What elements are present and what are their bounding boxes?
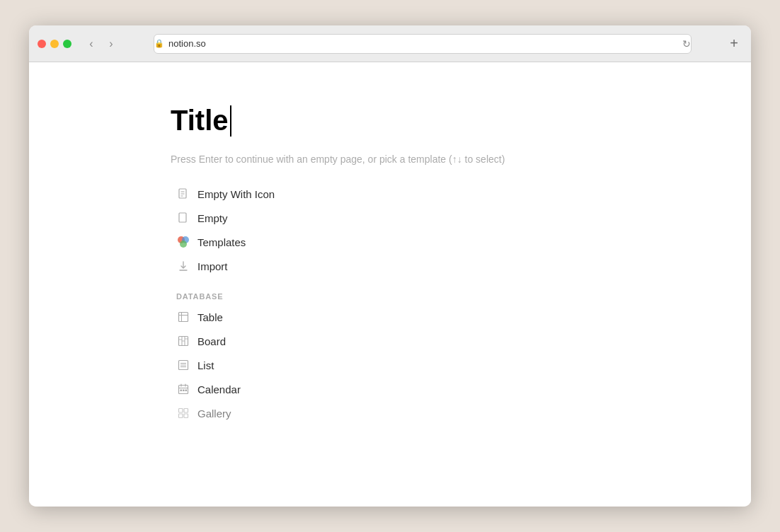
minimize-button[interactable] <box>50 40 59 48</box>
hint-text: Press Enter to continue with an empty pa… <box>171 154 609 165</box>
menu-item-table[interactable]: Table <box>171 305 609 329</box>
svg-rect-29 <box>185 390 188 392</box>
menu-item-label: Templates <box>197 236 246 248</box>
svg-rect-10 <box>179 313 188 322</box>
board-icon <box>176 334 190 348</box>
menu-item-label: Gallery <box>197 407 231 420</box>
svg-rect-30 <box>179 409 183 413</box>
menu-item-label: Board <box>197 335 226 347</box>
list-icon <box>176 358 190 372</box>
svg-rect-28 <box>183 390 185 392</box>
reload-button[interactable]: ↻ <box>682 38 691 50</box>
content-inner: Title Press Enter to continue with an em… <box>142 105 638 425</box>
menu-item-templates[interactable]: Templates <box>171 230 609 254</box>
lock-icon: 🔒 <box>154 39 164 48</box>
page-title-text: Title <box>171 105 229 137</box>
svg-rect-32 <box>179 414 183 418</box>
menu-item-label: Empty <box>197 212 228 224</box>
new-tab-button[interactable]: + <box>725 35 742 52</box>
close-button[interactable] <box>38 40 46 48</box>
menu-item-gallery[interactable]: Gallery <box>171 401 609 425</box>
import-icon <box>176 259 190 273</box>
menu-item-list[interactable]: List <box>171 353 609 377</box>
text-cursor <box>230 105 231 137</box>
svg-point-7 <box>180 241 187 248</box>
menu-item-empty-with-icon[interactable]: Empty With Icon <box>171 182 609 206</box>
menu-item-label: Import <box>197 260 228 272</box>
gallery-icon <box>176 406 190 420</box>
nav-buttons: ‹ › <box>83 35 120 52</box>
browser-chrome: ‹ › 🔒 notion.so ↻ + <box>29 25 751 62</box>
menu-item-label: Table <box>197 311 223 323</box>
svg-rect-4 <box>179 213 186 222</box>
menu-item-calendar[interactable]: Calendar <box>171 377 609 401</box>
database-menu-list: Table Board <box>171 305 609 425</box>
svg-rect-33 <box>184 414 188 418</box>
browser-window: ‹ › 🔒 notion.so ↻ + Title Press Enter to… <box>29 25 751 507</box>
menu-item-board[interactable]: Board <box>171 329 609 353</box>
calendar-icon <box>176 382 190 396</box>
templates-icon <box>176 235 190 249</box>
menu-item-import[interactable]: Import <box>171 254 609 278</box>
back-button[interactable]: ‹ <box>83 35 100 52</box>
menu-item-label: List <box>197 359 214 371</box>
doc-icon <box>176 187 190 201</box>
table-icon <box>176 310 190 324</box>
address-bar[interactable]: 🔒 notion.so ↻ <box>154 34 692 54</box>
menu-item-label: Calendar <box>197 383 241 395</box>
doc-empty-icon <box>176 211 190 225</box>
page-title-area: Title <box>171 105 609 137</box>
fullscreen-button[interactable] <box>63 40 71 48</box>
url-text: notion.so <box>168 38 206 49</box>
database-section-label: DATABASE <box>176 292 604 301</box>
menu-item-label: Empty With Icon <box>197 188 275 200</box>
menu-item-empty[interactable]: Empty <box>171 206 609 230</box>
traffic-lights <box>38 40 71 48</box>
page-content: Title Press Enter to continue with an em… <box>29 62 751 507</box>
svg-rect-27 <box>180 390 183 392</box>
menu-list: Empty With Icon Empty <box>171 182 609 278</box>
forward-button[interactable]: › <box>103 35 120 52</box>
svg-rect-31 <box>184 409 188 413</box>
